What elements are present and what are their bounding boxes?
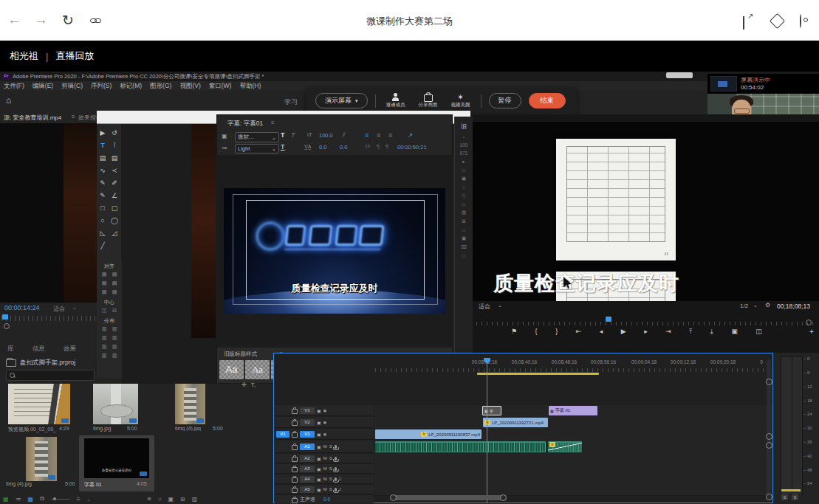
project-writable-icon[interactable]: ▦ xyxy=(3,496,9,503)
voiceover-mic-icon[interactable] xyxy=(335,467,337,471)
add-anchor-tool[interactable]: ✎ xyxy=(97,190,109,202)
wrench-icon[interactable]: ✛ xyxy=(241,382,247,388)
scroll-knob[interactable] xyxy=(766,442,772,449)
lane-v2[interactable]: fx LP_20200911192721.mp4 xyxy=(374,417,772,429)
back-icon[interactable]: ← xyxy=(7,12,21,28)
rectangle-tool[interactable]: □ xyxy=(97,202,109,215)
align-center-v-icon[interactable]: ▤ xyxy=(109,279,120,288)
solo-right-button[interactable]: S xyxy=(792,494,798,500)
vertical-area-type-tool[interactable]: ▤ xyxy=(109,152,120,165)
panel-menu-icon[interactable]: ≡ xyxy=(72,114,75,120)
clip-v3-caption[interactable]: ▦字幕 01 xyxy=(549,406,597,415)
align-center-text-icon[interactable]: ≡ xyxy=(377,131,380,139)
sync-lock-icon[interactable]: ▣ xyxy=(317,487,321,492)
go-to-out-icon[interactable]: ⇥ xyxy=(665,328,671,336)
audio-clip-2[interactable]: fx xyxy=(548,441,582,452)
program-zoom-select[interactable]: 适合 xyxy=(479,303,490,311)
app-cube-icon[interactable] xyxy=(770,13,785,29)
track-header-v1[interactable]: V1 V1 ▣◉ xyxy=(275,429,374,440)
voiceover-mic-icon[interactable] xyxy=(335,488,337,491)
track-header-a4[interactable]: A4 ▣ M S 2 xyxy=(275,474,374,484)
menu-file[interactable]: 文件(F) xyxy=(4,82,24,91)
distribute-icon[interactable]: ▥ xyxy=(109,334,120,342)
track-header-a5[interactable]: A5 ▣ M S 2 xyxy=(275,485,374,494)
track-header-v3[interactable]: V3 ▣◉ xyxy=(275,405,374,416)
type-icon[interactable]: T, xyxy=(251,382,256,388)
clip-v2[interactable]: fx LP_20200911192721.mp4 xyxy=(483,418,548,427)
project-item-thumb[interactable] xyxy=(8,384,70,424)
lock-icon[interactable] xyxy=(292,477,298,483)
invite-members-button[interactable]: 邀请成员 xyxy=(383,93,408,108)
strip-icon[interactable]: ◇ xyxy=(462,193,466,199)
minimized-presenter-pill[interactable] xyxy=(666,72,693,78)
arc-tool[interactable]: ◿ xyxy=(109,227,120,240)
step-forward-icon[interactable]: ▸ xyxy=(644,328,648,336)
rotation-tool[interactable]: ↺ xyxy=(109,127,120,139)
settings-wrench-icon[interactable]: ⚙ xyxy=(765,302,770,308)
voiceover-mic-icon[interactable] xyxy=(335,477,337,481)
clip-v3-selected[interactable]: ▦字 xyxy=(482,406,501,415)
program-scroll-knob[interactable] xyxy=(806,320,812,325)
project-item-thumb[interactable] xyxy=(26,437,57,481)
voiceover-mic-icon[interactable] xyxy=(335,445,337,449)
align-center-h-icon[interactable]: ▤ xyxy=(99,279,109,288)
tab-library[interactable]: 库 xyxy=(7,345,14,353)
convert-anchor-tool[interactable]: ∠ xyxy=(109,190,120,202)
export-frame-icon[interactable]: ▣ xyxy=(731,328,738,336)
panel-menu-icon[interactable]: ≡ xyxy=(271,120,275,126)
resolution-select[interactable]: 1/2 xyxy=(740,303,748,309)
menu-window[interactable]: 窗口(W) xyxy=(209,82,232,91)
solo-button[interactable]: S xyxy=(329,477,332,481)
rounded-rect-tool[interactable]: ▢ xyxy=(109,202,120,215)
selection-tool[interactable]: ▶ xyxy=(97,127,109,139)
timeline-vscrollbar[interactable] xyxy=(767,359,771,498)
strip-tab[interactable]: 旧 xyxy=(461,122,467,131)
icon-view-icon[interactable]: ▦ xyxy=(28,496,34,503)
strip-icon[interactable]: □ xyxy=(462,253,465,258)
area-type-tool[interactable]: ▤ xyxy=(97,152,109,165)
mute-button[interactable]: M xyxy=(323,456,327,460)
end-button[interactable]: 结束 xyxy=(529,93,566,108)
font-style-select[interactable]: Light⌄ xyxy=(235,144,279,153)
vertical-type-tool[interactable]: ⊺ xyxy=(109,139,120,152)
strip-icon[interactable]: □ xyxy=(462,227,465,232)
source-scroll-knob[interactable] xyxy=(4,323,10,329)
workspace-tab-learn[interactable]: 学习 xyxy=(284,97,298,107)
circle-tool[interactable]: ◯ xyxy=(109,215,120,227)
align-bottom-icon[interactable]: ▤ xyxy=(109,288,120,297)
program-video[interactable]: 43 质量检查记录应及时 xyxy=(473,122,819,301)
source-playhead[interactable] xyxy=(2,314,8,320)
align-top-icon[interactable]: ▤ xyxy=(109,270,120,279)
tracking-value[interactable]: 0.0 xyxy=(340,144,347,151)
lane-a4[interactable] xyxy=(374,474,772,486)
comparison-view-icon[interactable]: ◫ xyxy=(755,328,762,336)
lane-a2[interactable] xyxy=(374,454,772,465)
tab-effects[interactable]: 效果 xyxy=(64,345,76,353)
distribute-icon[interactable]: ▥ xyxy=(99,334,109,342)
project-item-thumb[interactable] xyxy=(93,384,138,424)
sync-lock-icon[interactable]: ▣ xyxy=(317,420,321,425)
delete-icon[interactable]: ▥ xyxy=(192,496,198,503)
timeline-hscrollbar[interactable] xyxy=(392,495,503,500)
tab-source[interactable]: 源: 安全教育培训.mp4 xyxy=(4,114,61,122)
solo-button[interactable]: S xyxy=(329,487,332,491)
mute-button[interactable]: M xyxy=(323,466,327,471)
solo-button[interactable]: S xyxy=(329,456,332,460)
sync-lock-icon[interactable]: ▣ xyxy=(317,444,321,449)
new-bin-icon[interactable]: ▣ xyxy=(168,496,174,503)
present-screen-button[interactable]: 演示屏幕▾ xyxy=(315,93,368,108)
project-item-thumb[interactable] xyxy=(175,384,205,424)
lock-icon[interactable] xyxy=(292,488,298,493)
menu-marker[interactable]: 标记(M) xyxy=(120,82,142,91)
sync-lock-icon[interactable]: ▣ xyxy=(317,432,321,437)
align-left-icon[interactable]: ▤ xyxy=(99,270,109,279)
strip-icon[interactable]: ▨ xyxy=(462,210,466,215)
tab-info[interactable]: 信息 xyxy=(32,345,45,353)
play-icon[interactable]: ▶ xyxy=(621,328,626,336)
project-file-row[interactable]: 盘扣式脚手架.prproj xyxy=(6,359,75,367)
distribute-icon[interactable]: ▥ xyxy=(109,342,120,351)
voiceover-mic-icon[interactable] xyxy=(335,457,337,460)
lock-icon[interactable] xyxy=(292,421,298,426)
strip-icon[interactable]: □ xyxy=(462,201,465,207)
lock-icon[interactable] xyxy=(292,445,298,450)
